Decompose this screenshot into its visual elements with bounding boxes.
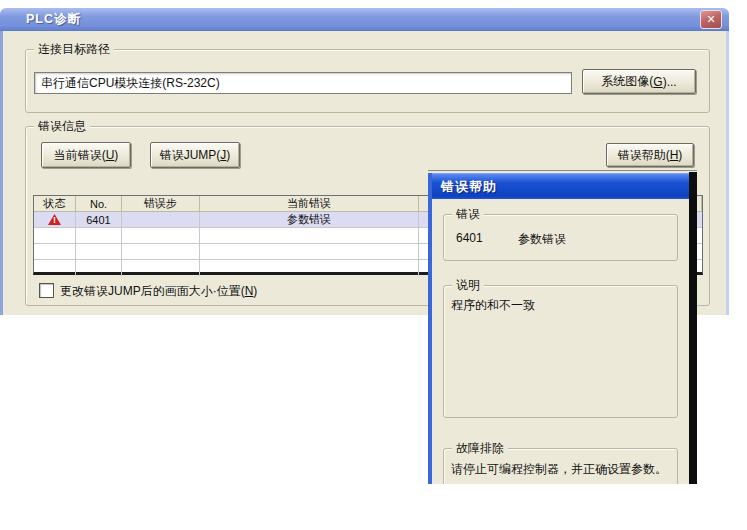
header-status: 状态 <box>34 196 76 212</box>
dialog-titlebar[interactable]: PLC诊断 ✕ <box>0 8 729 31</box>
close-button[interactable]: ✕ <box>700 10 722 29</box>
error-no-cell: 6401 <box>76 212 122 228</box>
help-troubleshooting-text: 请停止可编程控制器，并正确设置参数。 <box>451 461 667 478</box>
connection-path-group-label: 连接目标路径 <box>34 42 114 57</box>
error-jump-button[interactable]: 错误JUMP(J) <box>150 142 240 168</box>
status-cell <box>34 212 76 228</box>
warning-triangle-icon <box>48 214 61 225</box>
help-troubleshooting-group: 故障排除 请停止可编程控制器，并正确设置参数。 <box>443 448 678 484</box>
resize-after-jump-checkbox[interactable] <box>39 283 54 298</box>
help-troubleshooting-group-label: 故障排除 <box>452 441 508 456</box>
close-icon: ✕ <box>706 14 715 25</box>
help-error-code: 6401 <box>456 231 483 245</box>
dialog-title: PLC诊断 <box>26 11 81 28</box>
help-description-group-label: 说明 <box>452 278 484 293</box>
header-error-step: 错误步 <box>122 196 200 212</box>
help-error-group-label: 错误 <box>452 207 484 222</box>
resize-after-jump-checkbox-label[interactable]: 更改错误JUMP后的画面大小·位置(N) <box>60 283 257 300</box>
help-description-text: 程序的和不一致 <box>451 297 535 314</box>
help-description-group: 说明 程序的和不一致 <box>443 285 678 418</box>
header-current-error: 当前错误 <box>200 196 419 212</box>
help-error-message: 参数错误 <box>518 231 566 248</box>
help-error-group: 错误 6401 参数错误 <box>443 214 678 261</box>
error-help-title: 错误帮助 <box>432 178 497 196</box>
error-help-titlebar[interactable]: 错误帮助 <box>432 173 689 199</box>
error-help-button[interactable]: 错误帮助(H) <box>606 143 694 167</box>
error-info-group-label: 错误信息 <box>34 119 90 134</box>
error-help-right-border <box>689 172 697 484</box>
connection-path-field[interactable]: 串行通信CPU模块连接(RS-232C) <box>34 72 572 94</box>
error-step-cell <box>122 212 200 228</box>
current-error-cell: 参数错误 <box>200 212 419 228</box>
current-error-button[interactable]: 当前错误(U) <box>41 142 131 168</box>
connection-path-group: 连接目标路径 串行通信CPU模块连接(RS-232C) 系统图像(G)... <box>25 49 710 113</box>
error-help-window: 错误帮助 错误 6401 参数错误 说明 程序的和不一致 故障排除 请停止可编程… <box>428 170 697 484</box>
error-help-body: 错误 6401 参数错误 说明 程序的和不一致 故障排除 请停止可编程控制器，并… <box>432 199 689 484</box>
header-no: No. <box>76 196 122 212</box>
system-image-button[interactable]: 系统图像(G)... <box>582 69 696 94</box>
